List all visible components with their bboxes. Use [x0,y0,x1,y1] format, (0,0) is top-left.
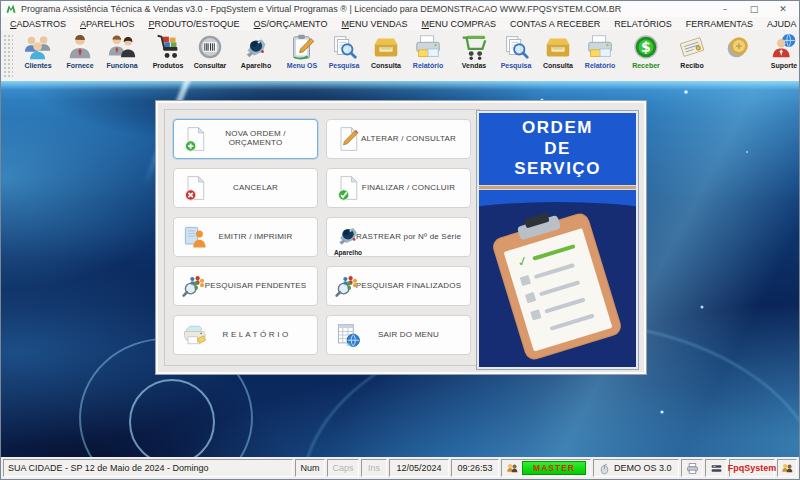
menu-button-pesquisar-pendentes[interactable]: PESQUISAR PENDENTES [173,266,318,306]
toolbar-button-relatorio-os[interactable]: Relatório [407,30,449,81]
toolbar-button-funciona[interactable]: Funciona [101,30,143,81]
menu-button-finalizar-concluir[interactable]: FINALIZAR / CONCLUIR [326,168,471,208]
toolbar-button-pesquisa-vendas[interactable]: Pesquisa [495,30,537,81]
titlebar: Programa Assistência Técnica & Vendas v3… [1,1,799,17]
svg-text:$: $ [641,39,651,55]
service-order-buttons: NOVA ORDEM / ORÇAMENTO ALTERAR / CONSULT… [164,109,480,366]
menu-button-cancelar[interactable]: CANCELAR [173,168,318,208]
toolbar-label: Menu OS [287,62,317,69]
menu-compras[interactable]: MENU COMPRAS [414,19,503,29]
insert-label: Ins [368,463,380,473]
service-order-poster: ORDEM DE SERVIÇO ✓ [477,111,638,369]
wallpaper-ring [129,379,215,457]
checklist-line [544,297,585,313]
toolbar-button-pesquisa-os[interactable]: Pesquisa [323,30,365,81]
num-lock-label: Num [300,463,319,473]
toolbar-button-recibo[interactable]: Recibo [671,30,713,81]
menu-ferramentas[interactable]: FERRAMENTAS [679,19,760,29]
toolbar-button-vendas[interactable]: Vendas [453,30,495,81]
edit-page-icon [334,125,362,153]
stack-icon [710,462,723,475]
menu-button-pesquisar-finalizados[interactable]: PESQUISAR FINALIZADOS [326,266,471,306]
menu-cadastros[interactable]: CADASTROS [3,19,73,29]
menu-button-label: SAIR DO MENU [352,331,445,340]
status-location-text: SUA CIDADE - SP 12 de Maio de 2024 - Dom… [8,463,208,473]
menu-os-orcamento[interactable]: OS/ORÇAMENTO [247,19,335,29]
poster-title-line: DE [544,139,571,160]
time-text: 09:26:53 [457,463,492,473]
menu-button-nova-ordem[interactable]: NOVA ORDEM / ORÇAMENTO [173,119,318,159]
menu-button-rastrear-serie[interactable]: Aparelho RASTREAR por Nº de Série [326,217,471,257]
supplier-person-icon [65,32,95,62]
toolbar-label: Consultar [194,62,227,69]
toolbar-label: Relatório [413,62,443,69]
clients-group-icon [23,32,53,62]
checkbox-icon [530,309,541,320]
report-printer-icon [585,32,615,62]
menu-aparelhos[interactable]: APARELHOS [73,19,141,29]
window-title: Programa Assistência Técnica & Vendas v3… [21,4,715,14]
toolbar-button-consulta-os[interactable]: Consulta [365,30,407,81]
toolbar-button-produtos[interactable]: Produtos [147,30,189,81]
menu-relatorios[interactable]: RELATÓRIOS [607,19,678,29]
app-logo-icon [5,3,17,15]
wallpaper-sparkles [1,81,3,83]
device-caption: Aparelho [329,249,367,256]
status-users [777,459,797,477]
maximize-button[interactable]: □ [748,4,760,14]
menu-button-alterar-consultar[interactable]: ALTERAR / CONSULTAR [326,119,471,159]
cancel-page-icon [181,174,209,202]
new-order-page-icon [181,125,209,153]
toolbar-label: Consulta [543,62,573,69]
sheet-globe-icon [334,321,362,349]
status-network [705,459,727,477]
minimize-button[interactable]: – [719,4,731,14]
menu-button-relatorio[interactable]: R E L A T Ó R I O [173,315,318,355]
toolbar-label: Produtos [153,62,184,69]
archive-drawer-icon [543,32,573,62]
date-text: 12/05/2024 [396,463,441,473]
menubar: CADASTROS APARELHOS PRODUTO/ESTOQUE OS/O… [1,17,799,30]
status-num-lock: Num [295,459,325,477]
menu-vendas[interactable]: MENU VENDAS [334,19,414,29]
app-window: Programa Assistência Técnica & Vendas v3… [0,0,800,480]
printer-icon [181,321,209,349]
coin-icon [723,32,753,62]
products-cart-icon [153,32,183,62]
menu-produto-estoque[interactable]: PRODUTO/ESTOQUE [141,19,246,29]
toolbar-label: Pesquisa [329,62,360,69]
toolbar-button-menu-os[interactable]: Menu OS [281,30,323,81]
search-people-icon [181,272,209,300]
toolbar-button-receber[interactable]: $ Receber [625,30,667,81]
toolbar-label: Clientes [24,62,51,69]
status-version: DEMO OS 3.0 [593,459,679,477]
menu-button-label: CANCELAR [207,184,284,193]
menu-button-emitir-imprimir[interactable]: EMITIR / IMPRIMIR [173,217,318,257]
checklist-line [539,280,580,296]
menu-ajuda[interactable]: AJUDA [760,19,800,29]
menu-button-sair-do-menu[interactable]: SAIR DO MENU [326,315,471,355]
toolbar-button-relatorio-vendas[interactable]: Relatório [579,30,621,81]
toolbar-button-clientes[interactable]: Clientes [17,30,59,81]
poster-body: ✓ [479,190,636,367]
toolbar-button-suporte[interactable]: Suporte [763,30,800,81]
brand-text: FpqSystem [728,463,777,473]
mouse-icon [598,462,611,475]
menu-contas-a-receber[interactable]: CONTAS A RECEBER [503,19,607,29]
toolbar-button-moedas[interactable] [717,30,759,81]
toolbar-button-consulta-vendas[interactable]: Consulta [537,30,579,81]
toolbar-label: Receber [632,62,660,69]
sales-cart-icon [459,32,489,62]
poster-title-line: ORDEM [522,118,593,139]
status-printer [681,459,703,477]
toolbar-button-consultar[interactable]: Consultar [189,30,231,81]
toolbar-button-aparelho[interactable]: Aparelho [235,30,277,81]
status-user-level: MASTER [501,459,591,477]
checklist-line [532,244,575,261]
toolbar-button-fornece[interactable]: Fornece [59,30,101,81]
checklist-line [550,314,595,331]
menu-button-label: R E L A T Ó R I O [197,331,295,340]
support-icon [769,32,799,62]
status-insert: Ins [361,459,387,477]
close-button[interactable]: ✕ [777,4,789,14]
